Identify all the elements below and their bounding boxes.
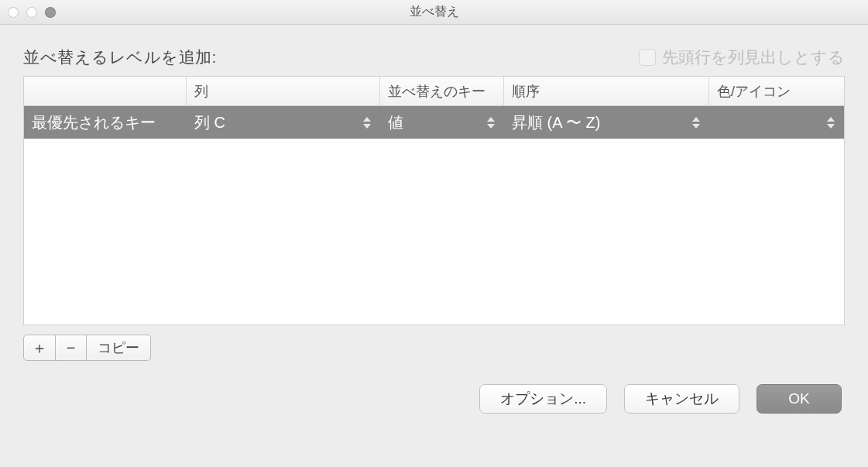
remove-level-button[interactable]: − [56, 335, 87, 361]
sort-table: 列 並べ替えのキー 順序 色/アイコン 最優先されるキー 列 C 値 昇順 (A [23, 76, 845, 325]
header-row-checkbox-group[interactable]: 先頭行を列見出しとする [639, 46, 845, 68]
row-level: 最優先されるキー [24, 106, 187, 139]
window-title: 並べ替え [0, 4, 868, 20]
table-body: 最優先されるキー 列 C 値 昇順 (A 〜 Z) [24, 106, 844, 324]
options-button[interactable]: オプション... [479, 384, 607, 414]
add-level-button[interactable]: ＋ [23, 335, 56, 361]
ok-button[interactable]: OK [756, 384, 842, 414]
row-column-select[interactable]: 列 C [187, 106, 380, 139]
col-order[interactable]: 順序 [504, 77, 709, 105]
add-level-label: 並べ替えるレベルを追加: [23, 46, 217, 68]
col-sort-key[interactable]: 並べ替えのキー [380, 77, 504, 105]
header-row-checkbox-label: 先頭行を列見出しとする [662, 46, 845, 68]
header-row: 並べ替えるレベルを追加: 先頭行を列見出しとする [23, 46, 845, 68]
table-header: 列 並べ替えのキー 順序 色/アイコン [24, 77, 844, 106]
chevron-updown-icon [825, 115, 836, 130]
row-order-select[interactable]: 昇順 (A 〜 Z) [504, 106, 709, 139]
row-sortkey-select[interactable]: 値 [380, 106, 504, 139]
row-coloricon-select[interactable] [709, 106, 844, 139]
cancel-button[interactable]: キャンセル [624, 384, 739, 414]
chevron-updown-icon [362, 115, 372, 130]
table-row[interactable]: 最優先されるキー 列 C 値 昇順 (A 〜 Z) [24, 106, 844, 139]
col-level[interactable] [24, 77, 187, 105]
copy-level-button[interactable]: コピー [87, 335, 151, 361]
dialog-footer: オプション... キャンセル OK [23, 384, 845, 414]
col-color-icon[interactable]: 色/アイコン [709, 77, 844, 105]
checkbox-icon[interactable] [639, 49, 656, 66]
col-column[interactable]: 列 [187, 77, 380, 105]
level-toolbar: ＋ − コピー [23, 335, 845, 361]
chevron-updown-icon [485, 115, 496, 130]
chevron-updown-icon [691, 115, 702, 130]
titlebar: 並べ替え [0, 0, 868, 25]
dialog-content: 並べ替えるレベルを追加: 先頭行を列見出しとする 列 並べ替えのキー 順序 色/… [0, 25, 868, 429]
